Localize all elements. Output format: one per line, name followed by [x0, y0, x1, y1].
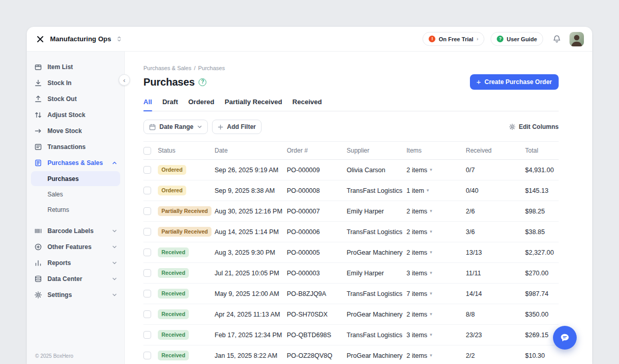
items-dropdown[interactable]: 2 items ▾	[406, 352, 432, 359]
items-dropdown[interactable]: 2 items ▾	[406, 228, 432, 236]
sidebar-subitem-returns[interactable]: Returns	[31, 202, 120, 217]
list-card-icon	[34, 143, 42, 151]
sidebar-item-move-stock[interactable]: Move Stock	[27, 123, 124, 139]
table-row[interactable]: Received Jul 21, 2025 10:05 PM PO-000003…	[143, 263, 559, 284]
notifications-bell-icon[interactable]	[552, 35, 561, 43]
table-row[interactable]: Ordered Sep 26, 2025 9:19 AM PO-000009 O…	[143, 160, 559, 180]
edit-columns-button[interactable]: Edit Columns	[509, 120, 559, 134]
items-dropdown-label: 1 item	[406, 187, 424, 194]
date-range-filter-button[interactable]: Date Range	[143, 120, 208, 134]
column-header-total: Total	[525, 147, 559, 154]
table-row[interactable]: Received Aug 3, 2025 9:30 PM PO-000005 P…	[143, 242, 559, 263]
table-row[interactable]: Partially Received Aug 14, 2025 1:14 PM …	[143, 222, 559, 242]
row-checkbox[interactable]	[143, 249, 151, 256]
items-dropdown[interactable]: 3 items ▾	[406, 270, 432, 277]
sidebar-collapse-button[interactable]: ‹	[119, 74, 130, 86]
row-checkbox[interactable]	[143, 228, 151, 236]
items-dropdown-label: 3 items	[406, 332, 427, 339]
cell-total: $145.13	[525, 187, 559, 194]
row-checkbox[interactable]	[143, 269, 151, 277]
row-checkbox[interactable]	[143, 166, 151, 174]
create-purchase-order-button[interactable]: + Create Purchase Order	[470, 74, 559, 90]
user-avatar[interactable]	[569, 32, 584, 46]
row-checkbox[interactable]	[143, 352, 151, 359]
sidebar-item-stock-out[interactable]: Stock Out	[27, 91, 124, 107]
row-checkbox[interactable]	[143, 331, 151, 339]
items-dropdown[interactable]: 2 items ▾	[406, 167, 432, 174]
sidebar-item-transactions[interactable]: Transactions	[27, 139, 124, 155]
table-row[interactable]: Partially Received Aug 30, 2025 12:16 PM…	[143, 201, 559, 222]
cell-date: Apr 24, 2025 11:13 AM	[215, 311, 287, 318]
items-dropdown-label: 2 items	[406, 228, 427, 236]
sidebar-item-data-center[interactable]: Data Center	[27, 271, 124, 287]
sidebar-item-reports[interactable]: Reports	[27, 255, 124, 271]
tab-ordered[interactable]: Ordered	[188, 98, 215, 111]
tab-partially-received[interactable]: Partially Received	[225, 98, 282, 111]
calendar-icon	[149, 124, 156, 130]
main-content: Purchases & Sales / Purchases Purchases …	[125, 52, 592, 364]
cell-total: $350.00	[525, 311, 559, 318]
row-checkbox[interactable]	[143, 290, 151, 297]
table-row[interactable]: Received Feb 17, 2025 12:34 PM PO-QBTD69…	[143, 325, 559, 345]
row-checkbox[interactable]	[143, 310, 151, 318]
trial-status-button[interactable]: ! On Free Trial ›	[422, 32, 484, 46]
items-dropdown[interactable]: 2 items ▾	[406, 208, 432, 215]
cell-order-number: PO-000005	[287, 249, 347, 256]
row-checkbox[interactable]	[143, 187, 151, 194]
workspace-menu[interactable]: Manufacturing Ops	[35, 34, 122, 44]
chat-launcher-button[interactable]	[553, 326, 577, 350]
sidebar-item-purchases-sales[interactable]: Purchases & Sales	[27, 155, 124, 171]
items-dropdown[interactable]: 3 items ▾	[406, 332, 432, 339]
sidebar-item-stock-in[interactable]: Stock In	[27, 75, 124, 91]
status-badge: Received	[158, 268, 189, 278]
status-badge: Received	[158, 247, 189, 257]
sidebar-item-settings[interactable]: Settings	[27, 287, 124, 303]
status-badge: Received	[158, 289, 189, 299]
cell-order-number: PO-000008	[287, 187, 347, 194]
chevron-down-icon: ▾	[430, 209, 432, 213]
database-icon	[34, 275, 42, 283]
sidebar-item-label: Item List	[47, 63, 73, 71]
add-filter-button[interactable]: Add Filter	[212, 120, 262, 134]
cell-total: $38.85	[525, 228, 559, 236]
box-icon	[34, 63, 42, 71]
tab-all[interactable]: All	[143, 98, 152, 111]
sidebar-item-other-features[interactable]: Other Features	[27, 239, 124, 255]
cell-date: Aug 3, 2025 9:30 PM	[215, 249, 287, 256]
items-dropdown-label: 2 items	[406, 167, 427, 174]
cell-supplier: ProGear Machinery	[347, 352, 406, 359]
sidebar-item-adjust-stock[interactable]: Adjust Stock	[27, 107, 124, 123]
chevron-right-icon: ›	[477, 36, 479, 42]
cell-total: $2,327.00	[525, 249, 559, 256]
table-row[interactable]: Ordered Sep 9, 2025 8:38 AM PO-000008 Tr…	[143, 180, 559, 201]
sidebar-item-barcode-labels[interactable]: Barcode Labels	[27, 223, 124, 239]
table-row[interactable]: Received May 9, 2025 12:00 AM PO-B8ZJQ9A…	[143, 284, 559, 304]
row-checkbox[interactable]	[143, 207, 151, 215]
cell-supplier: Emily Harper	[347, 208, 406, 215]
cell-supplier: ProGear Machinery	[347, 249, 406, 256]
items-dropdown[interactable]: 1 item ▾	[406, 187, 429, 194]
items-dropdown[interactable]: 2 items ▾	[406, 249, 432, 256]
items-dropdown[interactable]: 2 items ▾	[406, 311, 432, 318]
column-header-date: Date	[215, 147, 287, 154]
help-icon[interactable]: ?	[199, 78, 206, 86]
items-dropdown[interactable]: 7 items ▾	[406, 290, 432, 297]
select-all-checkbox[interactable]	[143, 147, 151, 155]
cell-received: 0/40	[466, 187, 525, 194]
table-row[interactable]: Received Apr 24, 2025 11:13 AM PO-SH70SD…	[143, 304, 559, 325]
table-row[interactable]: Received Jan 15, 2025 8:22 AM PO-OZ28QV8…	[143, 345, 559, 364]
document-icon	[34, 159, 42, 167]
user-guide-button[interactable]: ? User Guide	[491, 32, 543, 46]
cell-received: 13/13	[466, 249, 525, 256]
cell-date: Jan 15, 2025 8:22 AM	[215, 352, 287, 359]
tab-received[interactable]: Received	[292, 98, 322, 111]
cell-order-number: PO-000006	[287, 228, 347, 236]
breadcrumb-parent[interactable]: Purchases & Sales	[143, 65, 191, 71]
chevron-down-icon: ▾	[430, 250, 432, 255]
tab-draft[interactable]: Draft	[162, 98, 178, 111]
cell-received: 8/8	[466, 311, 525, 318]
add-filter-label: Add Filter	[227, 123, 256, 130]
sidebar-subitem-purchases[interactable]: Purchases	[31, 171, 120, 186]
sidebar-subitem-sales[interactable]: Sales	[31, 187, 120, 202]
sidebar-item-item-list[interactable]: Item List	[27, 59, 124, 75]
